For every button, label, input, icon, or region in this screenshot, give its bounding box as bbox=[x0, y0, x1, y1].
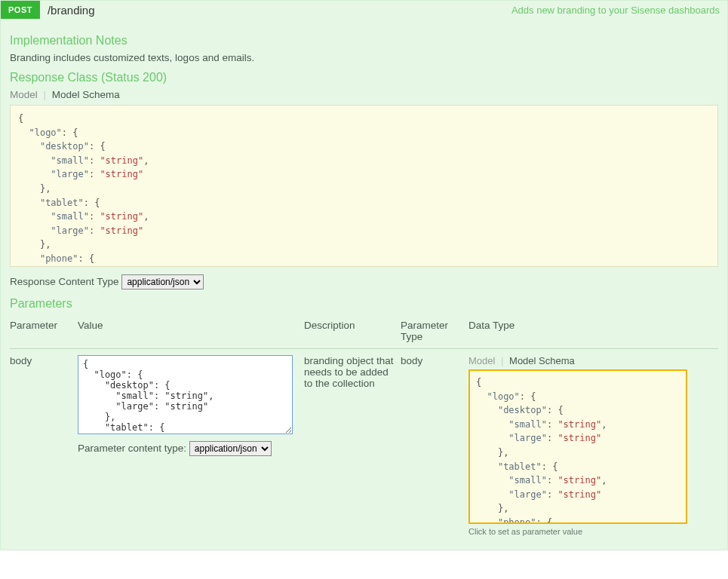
endpoint-summary: Adds new branding to your Sisense dashbo… bbox=[511, 5, 720, 16]
dt-tab-model[interactable]: Model bbox=[468, 355, 495, 366]
implementation-notes-text: Branding includes customized texts, logo… bbox=[10, 52, 718, 63]
param-description: branding object that needs to be added t… bbox=[304, 349, 401, 543]
datatype-tabs: Model | Model Schema bbox=[468, 355, 712, 366]
tab-model-schema[interactable]: Model Schema bbox=[52, 89, 120, 100]
param-value-textarea[interactable] bbox=[78, 355, 293, 434]
implementation-notes-heading: Implementation Notes bbox=[10, 34, 718, 47]
param-type: body bbox=[401, 349, 468, 543]
th-description: Description bbox=[304, 315, 401, 349]
response-class-heading: Response Class (Status 200) bbox=[10, 71, 718, 84]
response-tabs: Model | Model Schema bbox=[10, 89, 718, 100]
th-parameter-type: Parameter Type bbox=[401, 315, 468, 349]
response-schema-box[interactable]: { "logo": { "desktop": { "small": "strin… bbox=[10, 105, 718, 267]
th-data-type: Data Type bbox=[468, 315, 718, 349]
dt-tab-model-schema[interactable]: Model Schema bbox=[509, 355, 575, 366]
param-name: body bbox=[10, 349, 78, 543]
datatype-schema-box[interactable]: { "logo": { "desktop": { "small": "strin… bbox=[468, 369, 687, 524]
param-content-type-label: Parameter content type: bbox=[78, 443, 186, 454]
endpoint-header[interactable]: POST /branding Adds new branding to your… bbox=[1, 1, 727, 19]
th-value: Value bbox=[78, 315, 304, 349]
table-row: body Parameter content type: application… bbox=[10, 349, 718, 543]
response-content-type-row: Response Content Type application/json bbox=[10, 274, 718, 290]
tab-model[interactable]: Model bbox=[10, 89, 38, 100]
response-content-type-select[interactable]: application/json bbox=[121, 274, 204, 290]
http-method-badge: POST bbox=[1, 1, 40, 19]
response-content-type-label: Response Content Type bbox=[10, 276, 119, 287]
parameters-heading: Parameters bbox=[10, 297, 718, 311]
param-content-type-select[interactable]: application/json bbox=[189, 441, 272, 456]
parameters-table: Parameter Value Description Parameter Ty… bbox=[10, 315, 718, 542]
endpoint-path: /branding bbox=[48, 4, 511, 17]
th-parameter: Parameter bbox=[10, 315, 78, 349]
set-as-param-hint[interactable]: Click to set as parameter value bbox=[468, 527, 712, 536]
